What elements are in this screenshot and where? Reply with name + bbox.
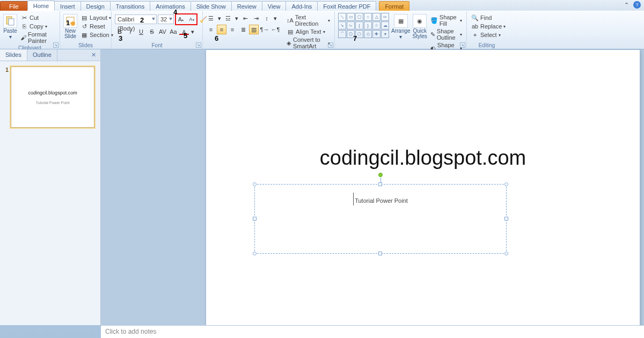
shape-rect-icon[interactable]: ▭ <box>347 13 355 21</box>
grow-font-button[interactable]: A▴ <box>176 14 186 24</box>
paragraph-dialog-icon[interactable]: ↘ <box>328 42 333 48</box>
underline-button[interactable]: U <box>136 27 146 36</box>
shrink-font-button[interactable]: A▾ <box>187 14 196 24</box>
cut-button[interactable]: ✂Cut <box>19 13 56 22</box>
text-direction-icon: ↕A <box>287 17 294 24</box>
shape-outline-button[interactable]: ✎Shape Outline ▾ <box>429 27 463 41</box>
rotate-handle[interactable] <box>378 173 383 177</box>
reset-button[interactable]: ↺Reset <box>79 22 114 31</box>
tab-review[interactable]: Review <box>231 1 262 11</box>
slide-thumbnail[interactable]: 1 codingcil.blogspot.com Tutorial Power … <box>5 67 95 128</box>
help-icon[interactable]: ? <box>633 1 641 9</box>
shape-ellipse-icon[interactable]: ○ <box>364 13 372 21</box>
slide-canvas[interactable]: codingcil.blogspot.com Tutorial Power Po… <box>101 49 644 325</box>
font-name-input[interactable]: Calibri (Body) <box>115 14 157 24</box>
numbering-caret[interactable]: ▾ <box>234 13 239 23</box>
handle-ne[interactable] <box>504 182 508 186</box>
tab-animations[interactable]: Animations <box>150 1 191 11</box>
group-editing: 🔍Find abReplace ▾ ⌖Select ▾ Editing <box>467 11 507 49</box>
shape-arrow-icon[interactable]: ⇨ <box>381 13 389 21</box>
inc-indent-button[interactable]: ⇥ <box>251 13 261 23</box>
font-size-input[interactable]: 32 <box>158 14 174 24</box>
dec-indent-button[interactable]: ⇤ <box>240 13 250 23</box>
shape-brace-icon[interactable]: { <box>355 21 363 30</box>
shape-arc-icon[interactable]: ⌒ <box>338 30 346 38</box>
subtitle-textbox[interactable]: Tutorial Power Point <box>254 184 507 254</box>
align-text-button[interactable]: ▤Align Text ▾ <box>286 27 331 36</box>
drawing-dialog-icon[interactable]: ↘ <box>460 42 465 48</box>
handle-e[interactable] <box>504 217 508 221</box>
font-title: Font <box>115 42 199 49</box>
select-button[interactable]: ⌖Select ▾ <box>470 31 507 39</box>
handle-se[interactable] <box>504 252 508 255</box>
clipboard-dialog-icon[interactable]: ↘ <box>53 42 58 48</box>
shape-brace2-icon[interactable]: } <box>364 21 372 30</box>
section-icon: ▦ <box>80 31 88 39</box>
close-panel-icon[interactable]: ✕ <box>87 49 100 61</box>
section-button[interactable]: ▦Section ▾ <box>79 31 114 39</box>
shape-cloud-icon[interactable]: ☁ <box>381 21 389 30</box>
line-spacing-caret[interactable]: ▾ <box>273 13 278 23</box>
shape-more-icon[interactable]: ▾ <box>381 30 389 38</box>
handle-sw[interactable] <box>253 252 257 255</box>
tab-outline-panel[interactable]: Outline <box>27 49 57 61</box>
shape-star-icon[interactable]: ☆ <box>372 21 380 30</box>
copy-icon: ⎘ <box>20 23 28 30</box>
slide-page[interactable]: codingcil.blogspot.com Tutorial Power Po… <box>206 49 640 325</box>
align-left-button[interactable]: ≡ <box>206 25 216 34</box>
tab-view[interactable]: View <box>262 1 287 11</box>
shape-triangle-icon[interactable]: △ <box>372 13 380 21</box>
tab-addins[interactable]: Add-Ins <box>286 1 318 11</box>
shape-conn2-icon[interactable]: ⤿ <box>347 21 355 30</box>
align-text-icon: ▤ <box>287 28 294 35</box>
layout-button[interactable]: ▤Layout ▾ <box>79 13 114 22</box>
tab-file[interactable]: File <box>0 1 28 11</box>
strike-button[interactable]: S <box>147 27 157 36</box>
handle-s[interactable] <box>378 252 382 255</box>
text-direction-button[interactable]: ↕AText Direction ▾ <box>286 13 331 27</box>
tab-design[interactable]: Design <box>80 1 111 11</box>
tab-slideshow[interactable]: Slide Show <box>191 1 232 11</box>
font-color-caret[interactable]: ▾ <box>190 27 195 36</box>
paste-label: Paste <box>3 28 17 34</box>
shape-fill-button[interactable]: 🪣Shape Fill ▾ <box>429 13 463 27</box>
tab-slides-panel[interactable]: Slides <box>0 49 27 61</box>
numbering-button[interactable]: ☲ <box>223 13 233 23</box>
replace-button[interactable]: abReplace ▾ <box>470 22 507 31</box>
paste-button[interactable]: Paste ▾ <box>3 13 17 45</box>
tab-foxit[interactable]: Foxit Reader PDF <box>317 1 376 11</box>
bullets-button[interactable]: ☰ <box>206 13 216 23</box>
tab-insert[interactable]: Insert <box>54 1 81 11</box>
shape-roundrect-icon[interactable]: ▢ <box>355 13 363 21</box>
group-font: Calibri (Body) 32 A▴ A▾ 🧹 B I U S AV Aa … <box>112 11 203 49</box>
case-button[interactable]: Aa <box>169 27 178 36</box>
columns-button[interactable]: ▥ <box>249 25 259 34</box>
copy-button[interactable]: ⎘Copy ▾ <box>19 22 56 31</box>
format-painter-button[interactable]: 🖌Format Painter <box>19 31 56 45</box>
bullets-caret[interactable]: ▾ <box>217 13 222 23</box>
align-center-button[interactable]: ≡ <box>217 25 226 34</box>
tab-transitions[interactable]: Transitions <box>110 1 150 11</box>
new-slide-button[interactable]: New Slide <box>63 13 77 42</box>
shape-conn1-icon[interactable]: ↘ <box>338 21 346 30</box>
handle-n[interactable] <box>378 182 382 186</box>
tab-format[interactable]: Format <box>379 1 409 11</box>
notes-pane[interactable]: Click to add notes <box>101 325 644 338</box>
slide-title-text[interactable]: codingcil.blogspot.com <box>206 146 640 170</box>
find-button[interactable]: 🔍Find <box>470 13 507 22</box>
line-spacing-button[interactable]: ↕ <box>262 13 272 23</box>
shape-plus-icon[interactable]: ✚ <box>372 30 380 38</box>
handle-nw[interactable] <box>253 182 257 186</box>
font-dialog-icon[interactable]: ↘ <box>196 42 201 48</box>
shape-call-icon[interactable]: ◇ <box>364 30 372 38</box>
tab-home[interactable]: Home <box>27 1 55 11</box>
handle-w[interactable] <box>253 217 257 221</box>
align-right-button[interactable]: ≡ <box>228 25 237 34</box>
rtl-button[interactable]: ←¶ <box>270 25 280 34</box>
justify-button[interactable]: ≣ <box>238 25 248 34</box>
ltr-button[interactable]: ¶→ <box>260 25 269 34</box>
shadow-button[interactable]: AV <box>158 27 167 36</box>
smartart-button[interactable]: ◈Convert to SmartArt ▾ <box>286 36 331 50</box>
minimize-ribbon-icon[interactable]: ⌃ <box>623 1 630 9</box>
shape-line-icon[interactable]: ＼ <box>338 13 346 21</box>
